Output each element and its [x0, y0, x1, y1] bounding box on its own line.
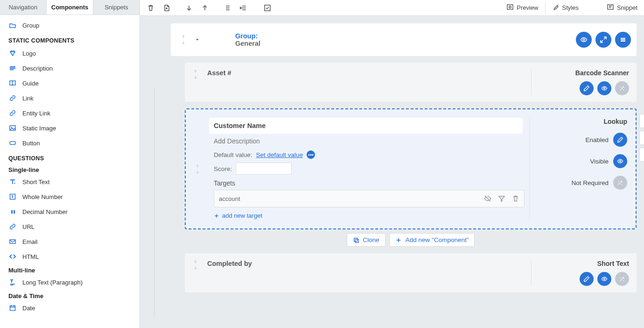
- component-label: Link: [22, 95, 34, 102]
- add-component-button[interactable]: Add new "Component": [389, 233, 475, 247]
- component-label: HTML: [22, 253, 39, 260]
- arrow-up-icon: [195, 164, 200, 169]
- clone-label: Clone: [363, 236, 379, 243]
- trash-icon[interactable]: [512, 195, 519, 202]
- component-label: Guide: [22, 80, 39, 87]
- field-edit-button[interactable]: [580, 272, 594, 286]
- component-label: Entity Link: [22, 110, 50, 117]
- snippet-icon: [607, 3, 614, 12]
- component-html[interactable]: HTML: [0, 249, 140, 264]
- field-visible-button[interactable]: [597, 81, 611, 95]
- field-type: Short Text: [597, 260, 629, 267]
- float-actions: [639, 114, 644, 162]
- toolbar-preview-button[interactable]: Preview: [504, 1, 541, 14]
- canvas[interactable]: Group: General Asset #: [140, 16, 644, 328]
- target-row[interactable]: account: [214, 190, 525, 207]
- component-group[interactable]: Group: [0, 18, 140, 33]
- tab-navigation[interactable]: Navigation: [0, 0, 47, 14]
- group-menu-button[interactable]: [615, 32, 631, 48]
- paragraph-icon: [8, 278, 17, 286]
- component-date[interactable]: Date: [0, 300, 140, 315]
- add-target-button[interactable]: add new target: [209, 207, 529, 220]
- field-visible-button[interactable]: [597, 272, 611, 286]
- component-button[interactable]: Button: [0, 135, 140, 150]
- collapse-toggle[interactable]: [190, 37, 204, 43]
- group-visible-button[interactable]: [576, 32, 592, 48]
- group-expand-button[interactable]: [595, 32, 611, 48]
- toolbar-add-file-button[interactable]: [160, 1, 174, 14]
- left-panel: Navigation Components Snippets Group STA…: [0, 0, 140, 328]
- toolbar-check-button[interactable]: [260, 1, 274, 14]
- component-entity-link[interactable]: Entity Link: [0, 106, 140, 121]
- component-guide[interactable]: Guide: [0, 76, 140, 91]
- state-required-button[interactable]: [613, 176, 627, 190]
- float-move-up-button[interactable]: [639, 131, 644, 145]
- field-customer-card[interactable]: Default value: Set default value ••• Sco…: [185, 108, 637, 229]
- sub-single-title: Single-line: [0, 164, 140, 174]
- field-edit-button[interactable]: [580, 81, 594, 95]
- link-icon: [8, 94, 17, 102]
- drag-handle[interactable]: [190, 164, 204, 174]
- text-icon: [8, 178, 17, 186]
- component-logo[interactable]: Logo: [0, 46, 140, 61]
- field-required-button[interactable]: [615, 81, 629, 95]
- score-label: Score:: [214, 165, 232, 172]
- field-side: Short Text: [531, 260, 629, 286]
- field-title-input[interactable]: [209, 118, 523, 134]
- score-input[interactable]: [236, 163, 292, 175]
- plus-icon: [395, 237, 402, 243]
- field-description-input[interactable]: [209, 134, 523, 149]
- component-description[interactable]: Description: [0, 61, 140, 76]
- component-label: Description: [22, 65, 53, 72]
- brush-icon: [552, 3, 560, 12]
- toolbar-move-down-button[interactable]: [182, 1, 196, 14]
- tree-rail: [154, 87, 154, 319]
- component-link[interactable]: Link: [0, 91, 140, 106]
- toolbar-move-up-button[interactable]: [198, 1, 212, 14]
- toolbar-styles-button[interactable]: Styles: [549, 1, 581, 14]
- drag-handle[interactable]: [189, 260, 203, 286]
- component-email[interactable]: Email: [0, 234, 140, 249]
- top-toolbar: Preview Styles Snippet: [140, 0, 644, 16]
- float-move-down-button[interactable]: [639, 148, 644, 162]
- main-area: Preview Styles Snippet: [140, 0, 644, 328]
- toolbar-indent-button[interactable]: [236, 1, 250, 14]
- caret-down-icon: [195, 37, 200, 43]
- component-short-text[interactable]: Short Text: [0, 174, 140, 189]
- component-whole-number[interactable]: Whole Number: [0, 189, 140, 204]
- group-card[interactable]: Group: General: [171, 23, 637, 56]
- folder-icon: [8, 21, 17, 29]
- component-static-image[interactable]: Static Image: [0, 121, 140, 135]
- arrow-down-icon: [193, 75, 198, 79]
- state-visible-button[interactable]: [613, 154, 627, 168]
- field-completed-card[interactable]: Completed by Short Text: [185, 253, 637, 292]
- eye-off-icon[interactable]: [484, 195, 491, 202]
- target-name: account: [219, 195, 240, 202]
- filter-icon[interactable]: [498, 195, 505, 202]
- toolbar-snippet-button[interactable]: Snippet: [604, 1, 640, 14]
- tab-snippets[interactable]: Snippets: [93, 0, 140, 14]
- field-asset-card[interactable]: Asset # Barcode Scanner: [185, 63, 637, 102]
- set-default-link[interactable]: Set default value: [256, 151, 303, 158]
- float-delete-button[interactable]: [639, 114, 644, 128]
- component-label: Whole Number: [22, 193, 63, 200]
- toolbar-list-button[interactable]: [220, 1, 234, 14]
- component-decimal-number[interactable]: Decimal Number: [0, 204, 140, 219]
- component-long-text[interactable]: Long Text (Paragraph): [0, 275, 140, 290]
- field-title: Asset #: [207, 69, 531, 77]
- component-url[interactable]: URL: [0, 219, 140, 234]
- state-enabled-button[interactable]: [613, 133, 627, 147]
- drag-handle[interactable]: [189, 69, 203, 95]
- components-list[interactable]: Group STATIC COMPONENTS Logo Description…: [0, 15, 140, 328]
- component-label: Decimal Number: [22, 208, 68, 215]
- drag-handle[interactable]: [176, 35, 190, 45]
- component-label: Button: [22, 140, 40, 147]
- targets-label: Targets: [209, 177, 529, 188]
- toolbar-delete-button[interactable]: [144, 1, 158, 14]
- clone-button[interactable]: Clone: [347, 233, 385, 247]
- state-enabled-label: Enabled: [585, 136, 609, 143]
- tab-components[interactable]: Components: [47, 0, 93, 14]
- field-required-button[interactable]: [615, 272, 629, 286]
- toolbar-snippet-label: Snippet: [617, 4, 637, 11]
- default-value-more-button[interactable]: •••: [307, 150, 315, 159]
